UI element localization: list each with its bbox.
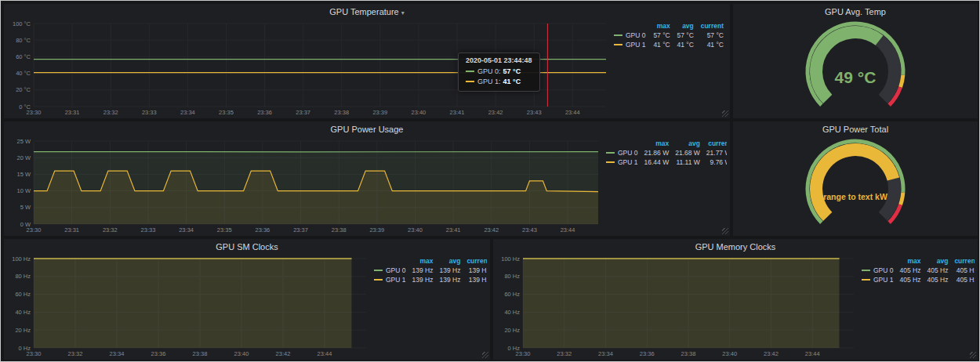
panel-title-gpu-memory-clocks[interactable]: GPU Memory Clocks [493, 239, 978, 255]
svg-text:40 °C: 40 °C [16, 70, 31, 77]
legend-value: 405 Hz [951, 275, 975, 284]
resize-handle[interactable] [722, 110, 728, 117]
svg-text:23:30: 23:30 [27, 109, 42, 116]
svg-text:23:33: 23:33 [142, 109, 157, 116]
legend-header: max [409, 256, 437, 266]
svg-text:100 Hz: 100 Hz [12, 255, 31, 262]
panel-gpu-power-usage: GPU Power Usage 0 W5 W10 W15 W20 W25 W23… [4, 121, 730, 236]
svg-text:80 °C: 80 °C [16, 37, 31, 44]
resize-handle[interactable] [482, 352, 488, 358]
legend-value: 405 Hz [924, 275, 951, 284]
gpu-power-usage-chart[interactable]: 0 W5 W10 W15 W20 W25 W23:3023:3123:3223:… [7, 137, 603, 234]
series-dash-icon [466, 81, 474, 82]
gpu-power-total-gauge [733, 137, 978, 233]
series-dash-icon [614, 44, 622, 45]
svg-text:23:34: 23:34 [110, 350, 125, 357]
resize-handle[interactable] [970, 352, 976, 358]
panel-gpu-memory-clocks: GPU Memory Clocks 0 Hz20 Hz40 Hz60 Hz80 … [493, 239, 978, 360]
resize-handle[interactable] [722, 228, 728, 234]
panel-title-gpu-power-usage[interactable]: GPU Power Usage [4, 121, 730, 137]
panel-title-gpu-sm-clocks[interactable]: GPU SM Clocks [4, 239, 490, 255]
legend-value: 21.77 W [703, 148, 727, 157]
svg-text:5 W: 5 W [20, 204, 31, 211]
svg-text:23:36: 23:36 [256, 226, 270, 233]
svg-text:23:44: 23:44 [561, 226, 575, 233]
legend-header: max [897, 256, 924, 266]
svg-text:23:40: 23:40 [722, 350, 737, 357]
legend-header: current [703, 139, 727, 148]
series-dash-icon [614, 34, 622, 36]
series-dash-icon [374, 270, 383, 271]
svg-text:10 W: 10 W [16, 187, 31, 194]
legend-value: 139 Hz [436, 266, 463, 275]
svg-text:23:30: 23:30 [27, 350, 42, 357]
panel-title-gpu-avg-temp[interactable]: GPU Avg. Temp [733, 4, 978, 20]
panel-gpu-power-total: GPU Power Total range to text kW [733, 121, 978, 236]
legend-row[interactable]: GPU 116.44 W11.11 W9.76 W [603, 157, 727, 167]
legend-value: 405 Hz [951, 266, 975, 275]
svg-text:23:37: 23:37 [293, 226, 308, 233]
svg-text:23:43: 23:43 [522, 226, 537, 233]
svg-text:23:39: 23:39 [369, 226, 384, 233]
legend-value: 139 Hz [463, 266, 487, 275]
svg-text:60 °C: 60 °C [16, 53, 31, 60]
legend-row[interactable]: GPU 021.86 W21.68 W21.77 W [603, 148, 727, 157]
panel-title-text: GPU Temperature [329, 7, 398, 16]
svg-text:23:42: 23:42 [764, 350, 779, 357]
svg-text:23:38: 23:38 [332, 226, 347, 233]
svg-text:23:40: 23:40 [408, 226, 423, 233]
legend-header: avg [436, 256, 463, 266]
svg-text:23:41: 23:41 [450, 109, 465, 116]
svg-text:23:44: 23:44 [318, 350, 332, 357]
svg-text:23:36: 23:36 [640, 350, 655, 357]
legend-value: 405 Hz [897, 275, 924, 284]
legend-value: 21.68 W [672, 148, 703, 157]
svg-text:23:38: 23:38 [334, 109, 349, 116]
legend-row[interactable]: GPU 057 °C57 °C57 °C [611, 31, 727, 40]
gauge-value-text: 49 °C [733, 68, 978, 87]
legend-value: 57 °C [673, 31, 697, 40]
chart-tooltip: 2020-05-01 23:44:48 GPU 0:57 °C GPU 1:41… [458, 52, 540, 92]
svg-text:23:31: 23:31 [64, 226, 79, 233]
svg-text:23:34: 23:34 [180, 109, 195, 116]
gpu-sm-clocks-chart[interactable]: 0 Hz20 Hz40 Hz60 Hz80 Hz100 Hz23:3023:32… [7, 255, 371, 358]
tooltip-timestamp: 2020-05-01 23:44:48 [466, 56, 532, 64]
series-dash-icon [374, 279, 383, 281]
svg-text:23:36: 23:36 [257, 109, 272, 116]
svg-text:15 W: 15 W [16, 171, 31, 178]
series-dash-icon [862, 279, 870, 281]
gpu-memory-clocks-chart[interactable]: 0 Hz20 Hz40 Hz60 Hz80 Hz100 Hz23:3023:32… [496, 255, 858, 358]
svg-text:23:42: 23:42 [488, 109, 503, 116]
legend-header: max [650, 21, 673, 31]
legend-row[interactable]: GPU 0405 Hz405 Hz405 Hz [858, 266, 975, 275]
series-dash-icon [606, 161, 615, 163]
svg-text:23:35: 23:35 [217, 226, 232, 233]
legend-row[interactable]: GPU 1405 Hz405 Hz405 Hz [858, 275, 975, 284]
svg-text:23:32: 23:32 [103, 226, 118, 233]
svg-text:20 Hz: 20 Hz [15, 327, 31, 334]
svg-text:23:38: 23:38 [193, 350, 208, 357]
legend-value: 139 Hz [409, 275, 437, 284]
chevron-down-icon: ▾ [401, 9, 405, 16]
svg-text:40 Hz: 40 Hz [504, 309, 520, 316]
legend-value: 9.76 W [703, 157, 727, 167]
svg-text:23:30: 23:30 [27, 226, 42, 233]
panel-gpu-sm-clocks: GPU SM Clocks 0 Hz20 Hz40 Hz60 Hz80 Hz10… [4, 239, 490, 360]
series-dash-icon [466, 71, 474, 72]
legend-row[interactable]: GPU 141 °C41 °C41 °C [611, 40, 727, 49]
svg-text:100 Hz: 100 Hz [501, 255, 520, 262]
svg-text:20 Hz: 20 Hz [504, 327, 520, 334]
svg-text:23:43: 23:43 [527, 109, 542, 116]
svg-text:23:35: 23:35 [219, 109, 234, 116]
svg-text:60 Hz: 60 Hz [504, 291, 520, 298]
legend-row[interactable]: GPU 0139 Hz139 Hz139 Hz [371, 266, 487, 275]
panel-title-gpu-power-total[interactable]: GPU Power Total [733, 121, 978, 137]
legend-value: 139 Hz [409, 266, 437, 275]
legend-header: avg [672, 139, 703, 148]
legend-header: current [463, 256, 487, 266]
legend-header: current [951, 256, 975, 266]
svg-text:40 Hz: 40 Hz [15, 309, 31, 316]
panel-title-gpu-temperature[interactable]: GPU Temperature▾ [4, 4, 730, 20]
legend-row[interactable]: GPU 1139 Hz139 Hz139 Hz [371, 275, 487, 284]
legend-value: 41 °C [697, 40, 727, 49]
